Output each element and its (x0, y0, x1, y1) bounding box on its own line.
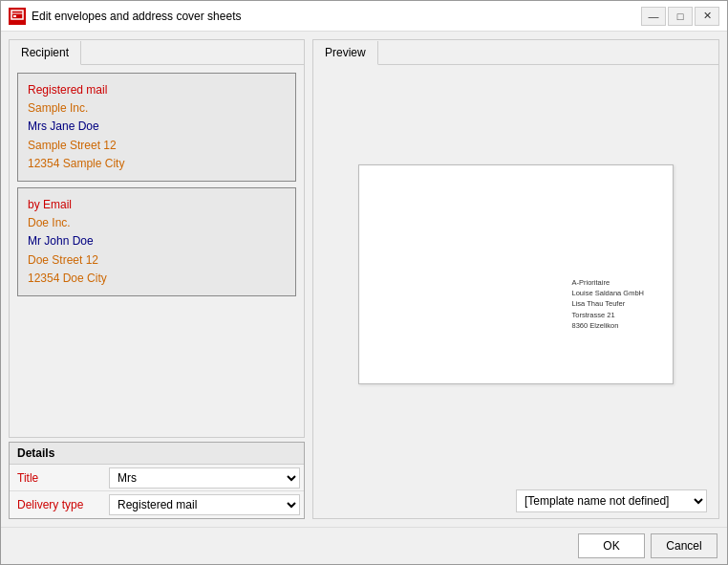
window-controls: — □ ✕ (641, 7, 719, 26)
details-row-delivery: Delivery type Registered mail by Email S… (10, 491, 304, 518)
recipient-1-delivery: Registered mail (28, 81, 286, 99)
tab-preview[interactable]: Preview (313, 41, 378, 65)
recipient-2-city: 12354 Doe City (28, 270, 286, 288)
recipient-box-2[interactable]: by Email Doe Inc. Mr John Doe Doe Street… (17, 187, 296, 296)
template-bar: [Template name not defined] (313, 484, 718, 518)
minimize-button[interactable]: — (641, 7, 666, 26)
details-row-title: Title Mrs Mr Ms Dr (10, 465, 304, 491)
title-label: Title (10, 467, 105, 489)
recipient-box-1[interactable]: Registered mail Sample Inc. Mrs Jane Doe… (17, 73, 296, 182)
details-header: Details (10, 443, 304, 465)
bottom-bar: OK Cancel (1, 527, 727, 564)
left-panel: Recipient Registered mail Sample Inc. Mr… (9, 39, 305, 519)
tab-content: Registered mail Sample Inc. Mrs Jane Doe… (10, 65, 304, 437)
envelope-address: A-Prioritaire Louise Saldana GmbH Lisa T… (572, 277, 644, 331)
address-line-4: Torstrasse 21 (572, 310, 644, 320)
recipient-1-name: Mrs Jane Doe (28, 118, 286, 136)
window-title: Edit envelopes and address cover sheets (32, 10, 641, 23)
address-line-1: A-Prioritaire (572, 277, 644, 288)
recipient-1-street: Sample Street 12 (28, 137, 286, 155)
title-value: Mrs Mr Ms Dr (105, 466, 304, 490)
tab-recipient[interactable]: Recipient (10, 41, 81, 65)
preview-tab-header: Preview (313, 40, 718, 65)
svg-rect-0 (11, 11, 23, 19)
details-section: Details Title Mrs Mr Ms Dr Delivery type (9, 442, 305, 519)
maximize-button[interactable]: □ (668, 7, 693, 26)
recipient-2-street: Doe Street 12 (28, 251, 286, 270)
address-line-5: 8360 Elzelikon (572, 320, 644, 331)
recipient-1-city: 12354 Sample City (28, 155, 286, 173)
address-line-2: Louise Saldana GmbH (572, 288, 644, 298)
tab-header: Recipient (10, 40, 304, 65)
app-icon (9, 8, 26, 25)
ok-button[interactable]: OK (578, 533, 645, 558)
recipient-2-company: Doe Inc. (28, 214, 286, 232)
recipient-section: Recipient Registered mail Sample Inc. Mr… (9, 39, 305, 438)
preview-content: A-Prioritaire Louise Saldana GmbH Lisa T… (313, 65, 718, 484)
title-bar: Edit envelopes and address cover sheets … (1, 1, 727, 32)
title-select[interactable]: Mrs Mr Ms Dr (109, 467, 300, 489)
delivery-select[interactable]: Registered mail by Email Standard (109, 494, 300, 515)
main-content: Recipient Registered mail Sample Inc. Mr… (1, 32, 727, 527)
envelope-preview: A-Prioritaire Louise Saldana GmbH Lisa T… (358, 164, 674, 384)
recipient-2-name: Mr John Doe (28, 232, 286, 250)
main-window: Edit envelopes and address cover sheets … (0, 0, 728, 565)
recipient-2-delivery: by Email (28, 196, 286, 214)
delivery-value: Registered mail by Email Standard (105, 492, 304, 517)
recipient-1-company: Sample Inc. (28, 99, 286, 118)
cancel-button[interactable]: Cancel (651, 533, 717, 558)
close-button[interactable]: ✕ (695, 7, 719, 26)
preview-section: Preview A-Prioritaire Louise Saldana Gmb… (312, 39, 719, 519)
svg-rect-2 (13, 15, 16, 17)
right-panel: Preview A-Prioritaire Louise Saldana Gmb… (312, 39, 719, 519)
delivery-label: Delivery type (10, 494, 105, 515)
template-select[interactable]: [Template name not defined] (516, 489, 707, 512)
address-line-3: Lisa Thau Teufer (572, 298, 644, 309)
